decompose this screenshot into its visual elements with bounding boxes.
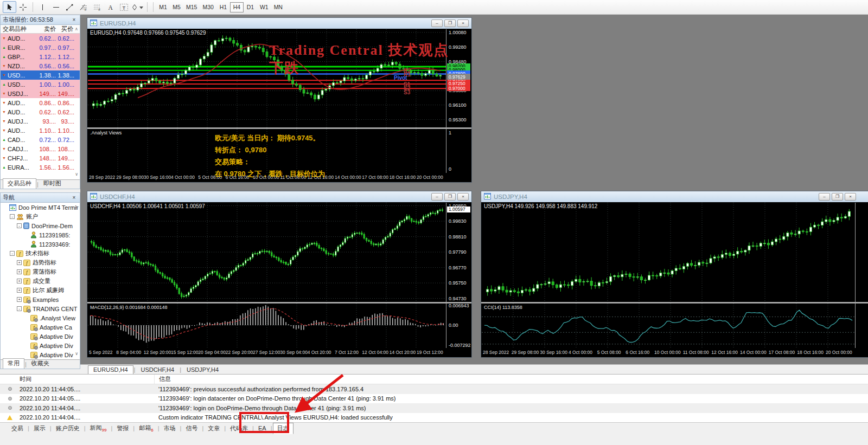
market-watch-row[interactable]: ▲EUR...0.97...0.97...	[1, 43, 80, 52]
pane-splitter[interactable]	[87, 302, 471, 304]
navigator-item[interactable]: +ƒ震荡指标	[1, 267, 80, 276]
terminal-tab-9[interactable]: 文章	[204, 423, 224, 434]
restore-button[interactable]: ❐	[444, 193, 456, 201]
hline-tool-icon[interactable]	[49, 1, 63, 13]
navigator-item[interactable]: ƒAdaptive Ca	[1, 323, 80, 332]
expand-icon[interactable]: +	[17, 279, 22, 283]
pane-splitter[interactable]	[481, 302, 868, 304]
navigator-item[interactable]: +ƒExamples	[1, 295, 80, 304]
navigator-item[interactable]: +ƒ成交量	[1, 276, 80, 286]
terminal-tab-7[interactable]: 市场	[160, 423, 180, 434]
fibo-tool-icon[interactable]: F	[76, 1, 90, 13]
column-ask[interactable]: 买价	[56, 25, 73, 33]
market-watch-row[interactable]: ▼CHFJ...148....149....	[1, 153, 80, 163]
time-axis[interactable]: 28 Sep 202229 Sep 08:0030 Sep 16:004 Oct…	[482, 348, 855, 356]
chart-tab-usdchfh4[interactable]: USDCHF,H4	[136, 366, 179, 374]
navigator-item[interactable]: ƒAdaptive Div	[1, 341, 80, 350]
terminal-log-row[interactable]: 2022.10.20 11:44:04....'112393469': logi…	[0, 403, 868, 413]
window-titlebar[interactable]: EURUSD,H4 – ❐ ×	[87, 18, 471, 29]
column-bid[interactable]: 卖价	[33, 25, 56, 33]
column-message[interactable]: 信息	[154, 375, 868, 384]
terminal-tab-10[interactable]: 代码库	[226, 423, 252, 434]
navigator-titlebar[interactable]: 导航 ×	[1, 193, 80, 203]
navigator-item[interactable]: ƒ.Analyst View	[1, 313, 80, 323]
chart-tab-usdjpyh4[interactable]: USDJPY,H4	[182, 366, 224, 374]
shapes-tool-icon[interactable]	[131, 1, 144, 13]
vline-tool-icon[interactable]	[36, 1, 49, 13]
pane-splitter[interactable]	[87, 127, 471, 129]
market-watch-row[interactable]: ▼NZD...0.56...0.56...	[1, 61, 80, 70]
navigator-item[interactable]: -账户	[1, 212, 80, 221]
navigator-tab[interactable]: 常用	[3, 358, 24, 369]
close-button[interactable]: ×	[457, 20, 469, 27]
restore-button[interactable]: ❐	[832, 193, 843, 201]
navigator-item[interactable]: +ƒ趋势指标	[1, 258, 80, 267]
navigator-item[interactable]: -ƒ技术指标	[1, 249, 80, 258]
collapse-icon[interactable]: -	[17, 306, 22, 311]
chart-area-usdjpy[interactable]: 28 Sep 202229 Sep 08:0030 Sep 16:004 Oct…	[481, 202, 868, 357]
close-button[interactable]: ×	[845, 193, 856, 201]
market-watch-tab[interactable]: 交易品种	[3, 178, 36, 189]
timeframe-h1[interactable]: H1	[216, 2, 230, 12]
price-scale[interactable]: 1.000800.992800.984800.968800.961000.953…	[446, 29, 471, 173]
market-watch-row[interactable]: ▲GBP...1.12...1.12...	[1, 52, 80, 61]
timeframe-w1[interactable]: W1	[257, 2, 271, 12]
trendline-tool-icon[interactable]	[63, 1, 76, 13]
expand-icon[interactable]: +	[17, 269, 22, 274]
price-scale[interactable]: 1.008500.998300.988100.977900.967700.957…	[446, 203, 471, 348]
market-watch-row[interactable]: ▼AUD...0.62...0.62...	[1, 34, 80, 43]
collapse-icon[interactable]: -	[10, 251, 15, 256]
timeframe-m1[interactable]: M1	[156, 2, 170, 12]
timeframe-m30[interactable]: M30	[200, 2, 216, 12]
market-watch-row[interactable]: ▼USD...1.38...1.38...	[1, 70, 80, 80]
terminal-tab-6[interactable]: 邮箱6	[135, 423, 157, 434]
market-watch-row[interactable]: ▲EURA...1.56...1.56...	[1, 163, 80, 172]
navigator-item[interactable]: 112393469:	[1, 240, 80, 249]
market-watch-titlebar[interactable]: 市场报价: 06:53:58 ×	[1, 15, 80, 25]
terminal-log-row[interactable]: 2022.10.20 11:44:05....'112393469': logi…	[0, 394, 868, 404]
column-time[interactable]: 时间	[20, 375, 154, 383]
chart-area-eurusd[interactable]: R2R1PivotS1S2S328 Sep 202229 Sep 08:0030…	[87, 29, 471, 182]
close-icon[interactable]: ×	[71, 195, 78, 201]
timeframe-d1[interactable]: D1	[244, 2, 257, 12]
terminal-log-row[interactable]: 2022.10.20 11:44:05....'112393469': prev…	[0, 384, 868, 394]
collapse-icon[interactable]: -	[10, 214, 15, 219]
terminal-log-row[interactable]: 2022.10.20 11:44:04....Custom indicator …	[0, 413, 868, 423]
window-titlebar[interactable]: USDJPY,H4 – ❐ ×	[481, 191, 868, 202]
navigator-item[interactable]: 112391985:	[1, 230, 80, 240]
expand-icon[interactable]: +	[17, 288, 22, 293]
crosshair-tool-icon[interactable]	[16, 1, 30, 13]
scroll-up-icon[interactable]: ∧	[73, 27, 80, 31]
time-axis[interactable]: 5 Sep 20228 Sep 04:0012 Sep 20:0015 Sep …	[88, 348, 446, 356]
scroll-up-icon[interactable]: ∧	[75, 205, 78, 210]
collapse-icon[interactable]: -	[17, 223, 22, 228]
minimize-button[interactable]: –	[819, 193, 830, 201]
terminal-tab-3[interactable]: 账户历史	[52, 423, 84, 434]
text-t-tool-icon[interactable]: T	[117, 1, 131, 13]
restore-button[interactable]: ❐	[444, 20, 456, 27]
navigator-item[interactable]: ƒAdaptive Div	[1, 332, 80, 341]
timeframe-m5[interactable]: M5	[170, 2, 183, 12]
close-icon[interactable]: ×	[71, 17, 78, 23]
minimize-button[interactable]: –	[431, 20, 443, 27]
market-watch-row[interactable]: ▼AUDJ...93....93....	[1, 117, 80, 126]
market-watch-row[interactable]: ▲USD...1.00...1.00...	[1, 80, 80, 89]
terminal-tab-2[interactable]: 展示	[30, 423, 49, 434]
expand-icon[interactable]: +	[17, 260, 22, 265]
market-watch-row[interactable]: ▼CADJ...108....108....	[1, 144, 80, 153]
terminal-tab-5[interactable]: 警报	[113, 423, 132, 434]
terminal-tab-4[interactable]: 新闻99	[86, 423, 111, 434]
minimize-button[interactable]: –	[431, 193, 443, 201]
navigator-item[interactable]: -DooPrime-Dem	[1, 221, 80, 230]
column-symbol[interactable]: 交易品种	[1, 25, 33, 33]
terminal-tab-12[interactable]: 日志	[273, 423, 293, 434]
chart-area-usdchf[interactable]: 5 Sep 20228 Sep 04:0012 Sep 20:0015 Sep …	[87, 202, 471, 357]
market-watch-row[interactable]: ▼AUD...0.86...0.86...	[1, 98, 80, 107]
window-titlebar[interactable]: USDCHF,H4 – ❐ ×	[87, 191, 471, 202]
expand-icon[interactable]: +	[17, 297, 22, 302]
terminal-tab-1[interactable]: 交易	[8, 423, 27, 434]
timeframe-mn[interactable]: MN	[271, 2, 285, 12]
navigator-tab[interactable]: 收藏夹	[27, 359, 54, 369]
timeframe-h4[interactable]: H4	[230, 2, 244, 12]
navigator-item[interactable]: -ƒTRADING CENT	[1, 304, 80, 313]
